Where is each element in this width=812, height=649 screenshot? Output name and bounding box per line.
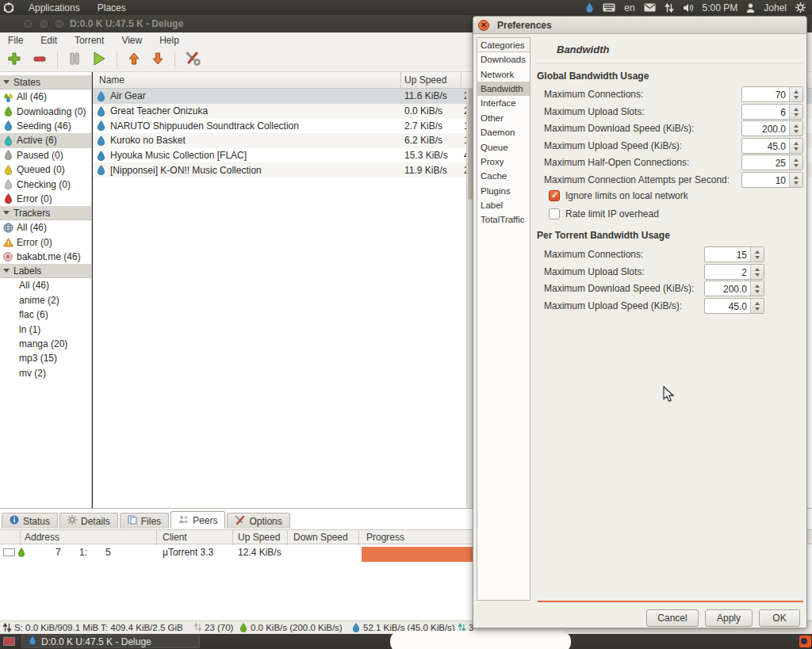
column-header-down-speed[interactable]: Down Speed <box>293 532 348 543</box>
spinbox-global-connection-attempts[interactable]: 10 <box>741 172 803 188</box>
sidebar-item-all-states[interactable]: All (46) <box>0 90 91 104</box>
close-icon[interactable]: ✕ <box>478 20 489 31</box>
spin-value[interactable]: 6 <box>742 105 789 119</box>
vertical-scrollbar[interactable] <box>466 89 473 508</box>
sidebar-item-tracker-error[interactable]: Error (0) <box>0 235 91 250</box>
spinbox-global-half-open-connections[interactable]: 25 <box>741 155 803 170</box>
sidebar-item-queued[interactable]: Queued (0) <box>0 162 91 177</box>
session-gear-icon[interactable] <box>795 2 806 13</box>
add-torrent-button[interactable] <box>6 51 22 70</box>
sidebar-item-checking[interactable]: Checking (0) <box>0 177 91 191</box>
sidebar-item-downloading[interactable]: Downloading (0) <box>0 104 91 118</box>
category-downloads[interactable]: Downloads <box>477 52 530 67</box>
deluge-tray-icon[interactable] <box>585 2 594 13</box>
resume-button[interactable] <box>91 51 107 70</box>
keyboard-icon[interactable] <box>603 3 615 12</box>
spinner-arrows-icon[interactable] <box>789 105 802 119</box>
category-cache[interactable]: Cache <box>477 169 530 183</box>
ok-button[interactable]: OK <box>759 609 800 627</box>
checkbox-label[interactable]: Ignore limits on local network <box>565 190 688 201</box>
category-bandwidth[interactable]: Bandwidth <box>477 82 530 96</box>
labels-section-header[interactable]: Labels <box>0 264 91 278</box>
spinbox-global-max-connections[interactable]: 70 <box>741 86 803 102</box>
category-queue[interactable]: Queue <box>477 139 530 154</box>
trackers-section-header[interactable]: Trackers <box>0 206 91 220</box>
spinner-arrows-icon[interactable] <box>789 155 802 170</box>
tab-peers[interactable]: Peers <box>170 511 225 529</box>
column-header-up-speed[interactable]: Up Speed <box>238 532 280 543</box>
sidebar-item-seeding[interactable]: Seeding (46) <box>0 119 91 133</box>
sidebar-item-label-ln[interactable]: ln (1) <box>0 322 91 336</box>
show-desktop-icon[interactable] <box>3 637 15 646</box>
tray-notification-icon[interactable] <box>799 636 811 647</box>
network-updown-icon[interactable] <box>665 3 674 13</box>
tab-details[interactable]: Details <box>59 513 118 529</box>
queue-down-button[interactable] <box>151 52 165 69</box>
clock[interactable]: 5:00 PM <box>703 2 738 13</box>
spinbox-per-torrent-max-upload-slots[interactable]: 2 <box>704 264 764 280</box>
spin-value[interactable]: 45.0 <box>742 139 789 153</box>
username-menu[interactable]: Johel <box>764 2 787 13</box>
checkbox-label[interactable]: Rate limit IP overhead <box>565 208 659 220</box>
preferences-titlebar[interactable]: ✕ Preferences <box>473 17 806 34</box>
spin-value[interactable]: 15 <box>705 247 750 262</box>
tab-files[interactable]: Files <box>120 513 169 529</box>
status-connections[interactable]: 23 (70) <box>205 623 233 632</box>
window-maximize-button[interactable]: ▫ <box>54 18 65 29</box>
mail-icon[interactable] <box>644 3 656 12</box>
keyboard-layout-indicator[interactable]: en <box>624 2 634 13</box>
queue-up-button[interactable] <box>127 52 141 69</box>
sidebar-item-label-flac[interactable]: flac (6) <box>0 307 91 322</box>
sidebar-item-label-all[interactable]: All (46) <box>0 278 91 292</box>
sidebar-item-label-manga[interactable]: manga (20) <box>0 337 91 351</box>
column-header-address[interactable]: Address <box>25 532 59 543</box>
spinbox-per-torrent-max-upload-speed[interactable]: 45.0 <box>704 298 764 314</box>
checkbox-rate-limit-ip-overhead[interactable] <box>549 208 560 220</box>
spin-value[interactable]: 25 <box>742 155 789 170</box>
spinner-arrows-icon[interactable] <box>750 299 764 313</box>
category-other[interactable]: Other <box>477 111 530 125</box>
volume-icon[interactable] <box>683 3 694 13</box>
category-proxy[interactable]: Proxy <box>477 155 530 169</box>
menu-view[interactable]: View <box>121 35 142 46</box>
sidebar-item-error[interactable]: Error (0) <box>0 192 91 206</box>
category-totaltraffic[interactable]: TotalTraffic <box>477 212 530 227</box>
spinbox-global-max-upload-speed[interactable]: 45.0 <box>741 138 803 154</box>
spinner-arrows-icon[interactable] <box>750 265 764 279</box>
column-header-progress[interactable]: Progress <box>366 532 404 543</box>
preferences-button[interactable] <box>185 51 201 70</box>
places-menu[interactable]: Places <box>94 2 129 13</box>
sidebar-item-paused[interactable]: Paused (0) <box>0 148 91 162</box>
sidebar-item-active[interactable]: Active (6) <box>0 133 91 147</box>
column-header-client[interactable]: Client <box>163 532 187 543</box>
apply-button[interactable]: Apply <box>705 609 753 627</box>
spinner-arrows-icon[interactable] <box>789 87 802 101</box>
spinner-arrows-icon[interactable] <box>789 121 802 136</box>
taskbar-deluge-button[interactable]: D:0.0 K U:47.5 K - Deluge <box>21 635 200 648</box>
menu-file[interactable]: File <box>8 35 23 46</box>
column-divider[interactable] <box>461 72 462 89</box>
spinbox-per-torrent-max-download-speed[interactable]: 200.0 <box>704 281 764 296</box>
sidebar-item-label-mp3[interactable]: mp3 (15) <box>0 351 91 365</box>
tab-status[interactable]: Status <box>2 513 58 529</box>
checkbox-ignore-local-limits[interactable] <box>549 190 560 201</box>
spin-value[interactable]: 2 <box>705 265 750 279</box>
spinner-arrows-icon[interactable] <box>750 281 764 296</box>
spinbox-global-max-download-speed[interactable]: 200.0 <box>741 120 803 136</box>
menu-help[interactable]: Help <box>159 35 179 46</box>
category-interface[interactable]: Interface <box>477 96 530 110</box>
spinner-arrows-icon[interactable] <box>750 247 764 262</box>
states-section-header[interactable]: States <box>0 75 91 90</box>
applications-menu[interactable]: Applications <box>25 2 83 13</box>
window-minimize-button[interactable]: − <box>38 18 49 29</box>
pause-button[interactable] <box>67 52 82 69</box>
spin-value[interactable]: 200.0 <box>742 121 789 136</box>
spinbox-global-max-upload-slots[interactable]: 6 <box>741 104 803 120</box>
category-daemon[interactable]: Daemon <box>477 125 530 139</box>
menu-torrent[interactable]: Torrent <box>75 35 104 46</box>
spinner-arrows-icon[interactable] <box>789 139 802 153</box>
spinner-arrows-icon[interactable] <box>789 173 802 187</box>
column-header-up-speed[interactable]: Up Speed <box>404 74 446 86</box>
spin-value[interactable]: 10 <box>742 173 789 187</box>
sidebar-item-label-mv[interactable]: mv (2) <box>0 366 91 380</box>
